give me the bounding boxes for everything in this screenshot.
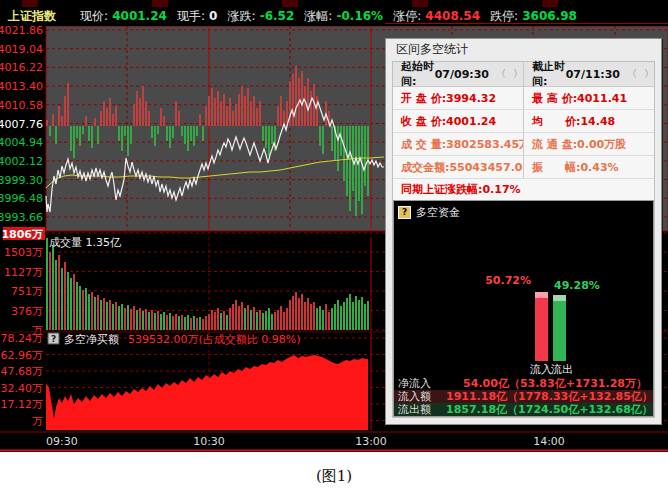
momentum-bar	[310, 91, 312, 126]
volume-bar	[244, 308, 246, 330]
volume-bar	[274, 312, 276, 330]
momentum-bar	[196, 126, 198, 136]
volume-bar	[115, 302, 117, 330]
volume-bar	[247, 305, 249, 330]
volume-bar	[118, 306, 120, 330]
volume-bar	[187, 315, 189, 330]
volume-bar	[349, 294, 351, 330]
volume-axis-tick: 376万	[11, 305, 43, 318]
momentum-bar	[145, 101, 147, 126]
volume-bar	[67, 272, 69, 330]
volume-bar	[46, 238, 48, 330]
volume-bar	[367, 301, 369, 330]
momentum-bar	[361, 126, 363, 214]
volume-bar	[166, 315, 168, 330]
volume-bar	[208, 314, 210, 330]
stat-cell-2-1: 流 通 盘:0.00万股	[523, 133, 654, 155]
momentum-bar	[364, 126, 366, 186]
volume-bar	[178, 316, 180, 330]
flow-axis-tick: 17.12万	[1, 398, 44, 411]
end-time-label: 截止时间:	[532, 59, 566, 89]
funds-flow-panel: ? 多空资金 50.72% 49.28% 流入 流出 净流入54.00亿（53.…	[393, 200, 654, 417]
help-icon[interactable]: ?	[398, 206, 411, 219]
outflow-bar	[553, 295, 566, 361]
stat-cell-3-1: 振 幅:0.43%	[523, 156, 654, 178]
volume-bar	[322, 310, 324, 330]
volume-bar	[133, 306, 135, 330]
volume-bar	[310, 304, 312, 330]
volume-bar	[91, 292, 93, 330]
start-time-next-button[interactable]: 〉	[513, 67, 523, 81]
volume-bar	[358, 300, 360, 330]
volume-bar	[286, 308, 288, 330]
funds-title: 多空资金	[416, 205, 460, 220]
momentum-bar	[247, 88, 249, 126]
volume-bar	[289, 300, 291, 330]
momentum-bar	[97, 126, 99, 144]
momentum-bar	[157, 126, 159, 134]
momentum-bar	[130, 126, 132, 144]
momentum-bar	[304, 86, 306, 126]
flow-header-label: 多空净买额	[64, 333, 119, 346]
momentum-bar	[271, 126, 273, 144]
momentum-bar	[229, 98, 231, 126]
stat-row-3: 成交金额:55043457.02万元振 幅:0.43%	[393, 156, 654, 179]
index-name: 上证指数	[8, 9, 56, 23]
momentum-bar	[127, 126, 129, 156]
momentum-bar	[301, 71, 303, 126]
volume-bar	[337, 300, 339, 330]
info-value-3: -0.16%	[332, 9, 383, 23]
end-time-next-button[interactable]: 〉	[644, 67, 654, 81]
time-axis-tick: 14:00	[533, 435, 565, 448]
volume-bar	[223, 311, 225, 330]
momentum-bar	[235, 104, 237, 126]
price-axis-tick: 4013.40	[0, 80, 43, 93]
volume-bar	[136, 310, 138, 330]
info-label-0: 现价:	[80, 9, 108, 23]
end-time-cell: 截止时间:07/11:30 〈 〉	[523, 62, 654, 86]
momentum-bar	[337, 126, 339, 171]
time-axis-tick: 10:30	[193, 435, 225, 448]
momentum-bar	[136, 91, 138, 126]
stat-row-0: 开 盘 价:3994.32最 高 价:4011.41	[393, 87, 654, 110]
volume-bar	[55, 260, 57, 330]
volume-bar	[298, 298, 300, 330]
volume-bar	[361, 297, 363, 330]
momentum-bar	[181, 126, 183, 136]
momentum-bar	[211, 88, 213, 126]
momentum-bar	[253, 96, 255, 126]
momentum-bar	[241, 86, 243, 126]
volume-bar	[151, 310, 153, 330]
flow-help-icon-glyph: ?	[51, 334, 56, 344]
price-axis-tick: 4021.86	[0, 26, 43, 37]
flow-header-value: 539532.00万(占成交额比 0.98%)	[128, 333, 301, 346]
volume-bar	[355, 296, 357, 330]
momentum-bar	[112, 114, 114, 126]
flow-axis-tick: 78.24万	[1, 332, 44, 345]
volume-bar	[232, 304, 234, 330]
volume-bar	[343, 302, 345, 330]
info-value-4: 4408.54	[421, 9, 480, 23]
momentum-bar	[346, 126, 348, 196]
price-axis-tick: 3993.66	[0, 211, 43, 224]
start-time-prev-button[interactable]: 〈	[496, 67, 506, 81]
momentum-bar	[340, 126, 342, 156]
momentum-bar	[187, 126, 189, 151]
volume-bar	[88, 294, 90, 330]
momentum-bar	[202, 126, 204, 141]
volume-bar	[346, 298, 348, 330]
volume-bar	[319, 306, 321, 330]
momentum-bar	[259, 101, 261, 126]
volume-bar	[103, 298, 105, 330]
price-axis-tick: 3999.30	[0, 174, 43, 187]
info-value-2: -6.52	[256, 9, 295, 23]
range-stats-panel[interactable]: 区间多空统计 起始时间:07/09:30 〈 〉 截止时间:07/11:30 〈…	[385, 38, 662, 425]
volume-bar	[334, 304, 336, 330]
momentum-bar	[76, 126, 78, 138]
end-time-prev-button[interactable]: 〈	[627, 67, 637, 81]
volume-axis-tick: 751万	[11, 285, 43, 298]
volume-bar	[190, 318, 192, 330]
volume-bar	[76, 282, 78, 330]
volume-bar	[109, 300, 111, 330]
momentum-bar	[355, 126, 357, 216]
